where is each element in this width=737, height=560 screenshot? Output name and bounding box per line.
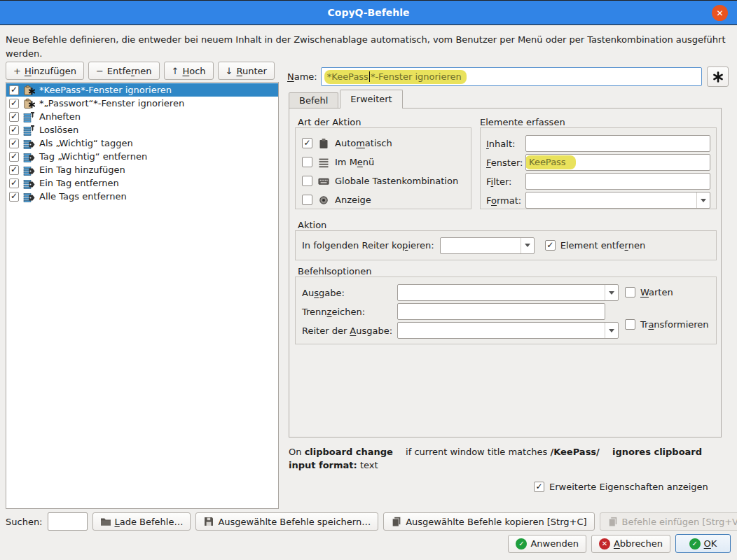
chevron-down-icon [696, 192, 710, 208]
list-item[interactable]: ✓ *„Passwort“*-Fenster ignorieren [6, 97, 278, 110]
save-icon [203, 516, 214, 527]
in-menu-option[interactable]: Im Menü [296, 153, 471, 172]
format-label: Format: [486, 195, 525, 206]
remove-item-option[interactable]: ✓ Element entfernen [545, 240, 645, 251]
automatic-label: Automatisch [335, 138, 392, 148]
tab-erweitert[interactable]: Erweitert [340, 90, 402, 108]
move-up-button[interactable]: ↑ Hoch [164, 62, 214, 80]
list-item[interactable]: ✓ Als „Wichtig“ taggen [6, 136, 278, 150]
list-item[interactable]: ✓ *KeePass*-Fenster ignorieren [6, 83, 278, 97]
separator-input[interactable] [397, 303, 605, 320]
minus-icon: − [96, 66, 104, 76]
command-options-group: Ausgabe: Warten Trennzeichen: Reiter der… [295, 276, 717, 344]
add-command-label: Hinzufügen [25, 66, 76, 76]
copy-icon [391, 516, 402, 527]
apply-button[interactable]: ✓ Anwenden [508, 535, 586, 553]
format-combobox[interactable] [525, 192, 710, 209]
remove-command-button[interactable]: − Entfernen [88, 62, 160, 80]
advanced-properties-checkbox[interactable]: ✓ [534, 482, 544, 492]
action-type-group-title: Art der Aktion [298, 117, 361, 127]
command-options-group-title: Befehlsoptionen [298, 266, 371, 276]
item-checkbox[interactable]: ✓ [9, 192, 19, 202]
name-input[interactable]: *KeePass*-Fenster ignorieren [321, 67, 702, 86]
list-tag-icon [23, 151, 35, 162]
in-menu-checkbox[interactable] [302, 157, 312, 167]
command-toolbar: + Hinzufügen − Entfernen ↑ Hoch ↓ Runter [6, 62, 275, 80]
list-item-label: Ein Tag entfernen [39, 178, 119, 188]
list-tag-icon [23, 191, 35, 202]
move-down-button[interactable]: ↓ Runter [218, 62, 275, 80]
display-checkbox[interactable] [302, 195, 312, 205]
save-selected-button[interactable]: Ausgewählte Befehle speichern… [195, 512, 378, 531]
ok-button[interactable]: ✓ OK [675, 534, 731, 553]
chevron-down-icon [605, 323, 618, 338]
command-icon-button[interactable] [707, 66, 729, 87]
menu-icon [318, 157, 329, 168]
output-combobox[interactable] [397, 284, 619, 301]
tab-befehl[interactable]: Befehl [289, 92, 338, 108]
x-circle-icon: ✕ [599, 538, 610, 550]
wait-label: Warten [640, 287, 673, 298]
window-title: CopyQ-Befehle [327, 7, 409, 18]
window-field-row: Fenster: KeePass [486, 154, 710, 171]
load-commands-button[interactable]: Lade Befehle… [92, 512, 191, 531]
output-tab-combobox[interactable] [397, 322, 619, 339]
copy-to-tab-combobox[interactable] [440, 237, 535, 254]
automatic-option[interactable]: ✓ Automatisch [296, 134, 471, 153]
asterisk-icon [712, 71, 724, 83]
copy-selected-button[interactable]: Ausgewählte Befehle kopieren [Strg+C] [383, 512, 594, 531]
list-item[interactable]: ✓ Ein Tag entfernen [6, 176, 278, 190]
chevron-down-icon [605, 285, 618, 300]
item-checkbox[interactable]: ✓ [9, 125, 19, 135]
item-checkbox[interactable]: ✓ [9, 85, 19, 95]
clipboard-asterisk-icon [23, 98, 35, 109]
remove-item-checkbox[interactable]: ✓ [545, 240, 556, 251]
paste-commands-button[interactable]: Befehle einfügen [Strg+V] [600, 512, 737, 531]
format-field-row: Format: [486, 192, 710, 209]
window-label: Fenster: [486, 158, 525, 168]
transform-checkbox[interactable] [625, 319, 635, 330]
add-command-button[interactable]: + Hinzufügen [6, 62, 84, 80]
content-input[interactable] [525, 135, 710, 152]
item-checkbox[interactable]: ✓ [9, 152, 19, 162]
content-label: Inhalt: [486, 139, 525, 149]
command-list[interactable]: ✓ *KeePass*-Fenster ignorieren ✓ *„Passw… [6, 82, 279, 509]
action-group-title: Aktion [298, 220, 326, 230]
filter-label: Filter: [486, 176, 525, 187]
global-shortcut-option[interactable]: Globale Tastenkombination [296, 172, 471, 190]
name-label: Name: [287, 71, 317, 82]
list-item-label: Tag „Wichtig“ entfernen [39, 151, 147, 162]
check-circle-icon: ✓ [689, 538, 701, 550]
folder-icon [100, 516, 111, 527]
item-checkbox[interactable]: ✓ [9, 112, 19, 122]
wait-option[interactable]: Warten [625, 287, 673, 298]
list-item[interactable]: ✓ Anheften [6, 110, 278, 123]
erweitert-tab-panel: Art der Aktion ✓ Automatisch Im Menü Glo… [289, 108, 722, 438]
display-option[interactable]: Anzeige [296, 190, 471, 209]
transform-option[interactable]: Transformieren [625, 319, 709, 330]
automatic-checkbox[interactable]: ✓ [302, 138, 312, 148]
move-up-label: Hoch [182, 66, 205, 76]
item-checkbox[interactable]: ✓ [9, 99, 19, 108]
item-checkbox[interactable]: ✓ [9, 139, 19, 148]
window-input[interactable]: KeePass [525, 154, 710, 171]
filter-field-row: Filter: [486, 173, 710, 190]
item-checkbox[interactable]: ✓ [9, 165, 19, 175]
cancel-button[interactable]: ✕ Abbrechen [591, 535, 670, 553]
search-input[interactable] [48, 512, 88, 531]
item-checkbox[interactable]: ✓ [9, 178, 19, 188]
paste-commands-label: Befehle einfügen [Strg+V] [622, 517, 737, 527]
eye-icon [318, 195, 329, 206]
close-button[interactable]: ✕ [712, 5, 728, 21]
list-item-label: Ein Tag hinzufügen [39, 164, 125, 175]
global-shortcut-checkbox[interactable] [302, 176, 312, 186]
list-item[interactable]: ✓ Ein Tag hinzufügen [6, 163, 278, 176]
action-type-group: ✓ Automatisch Im Menü Globale Tastenkomb… [295, 127, 471, 209]
wait-checkbox[interactable] [625, 287, 635, 298]
list-item[interactable]: ✓ Tag „Wichtig“ entfernen [6, 150, 278, 163]
list-item[interactable]: ✓ Loslösen [6, 123, 278, 136]
output-tab-field-row: Reiter der Ausgabe: [302, 322, 619, 339]
list-item[interactable]: ✓ Alle Tags entfernen [6, 190, 278, 203]
advanced-properties-option[interactable]: ✓ Erweiterte Eigenschaften anzeigen [534, 482, 708, 492]
filter-input[interactable] [525, 173, 710, 190]
